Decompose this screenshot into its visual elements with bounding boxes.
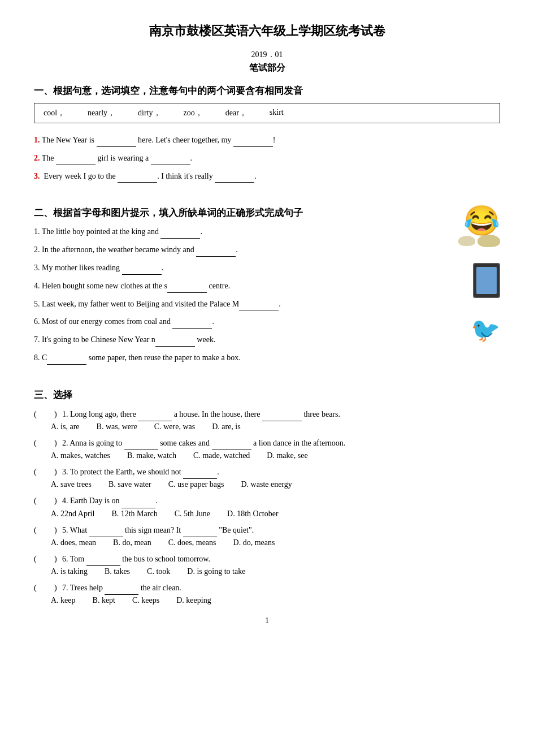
section1-heading: 一、根据句意，选词填空，注意每句中的两个词要含有相同发音 (34, 84, 500, 97)
s3-q1-text: 1. Long long ago, there a house. In the … (62, 407, 340, 421)
s3-q2-text: 2. Anna is going to some cakes and a lio… (62, 436, 345, 450)
s3-q7-b: B. kept (93, 596, 115, 605)
tablet-device (473, 263, 500, 298)
s3-q4-row: ( ) 4. Earth Day is on . (34, 494, 500, 508)
s3-q5-row: ( ) 5. What this sign mean? It "Be quiet… (34, 523, 500, 537)
s2-q7: 7. It's going to be Chinese New Year n w… (34, 333, 500, 347)
s1-q2: 2. The girl is wearing a . (34, 152, 500, 165)
s3-q5-choices: A. does, mean B. do, mean C. does, means… (51, 538, 500, 547)
section3-heading: 三、选择 (34, 388, 500, 401)
word-5: dear， (225, 108, 247, 118)
s3-q5-a: A. does, mean (51, 538, 96, 547)
s3-q7-row: ( ) 7. Trees help the air clean. (34, 581, 500, 595)
s3-q6-row: ( ) 6. Tom the bus to school tomorrow. (34, 552, 500, 566)
s3-q7-d: D. keeping (176, 596, 211, 605)
s3-q3-row: ( ) 3. To protect the Earth, we should n… (34, 465, 500, 479)
s2-q4: 4. Helen bought some new clothes at the … (34, 279, 500, 293)
s3-q6-d: D. is going to take (187, 567, 245, 576)
s3-q1-d: D. are, is (212, 422, 241, 431)
s3-q2-a: A. makes, watches (51, 451, 110, 460)
s3-q4-choices: A. 22nd April B. 12th March C. 5th June … (51, 509, 500, 519)
section2-container: 二、根据首字母和图片提示，填入所缺单词的正确形式完成句子 😂 🐦 1. The … (34, 206, 500, 364)
s3-q5-text: 5. What this sign mean? It "Be quiet". (62, 523, 254, 537)
page-number: 1 (34, 616, 500, 625)
s3-q3-c: C. use paper bags (168, 480, 224, 489)
word-1: cool， (44, 108, 65, 118)
s3-q6-b: B. takes (105, 567, 130, 576)
s3-paren1: ( (34, 407, 43, 421)
s1-q3: 3. Every week I go to the . I think it's… (34, 170, 500, 183)
bird-icon: 🐦 (471, 316, 500, 344)
s3-q2-row: ( ) 2. Anna is going to some cakes and a… (34, 436, 500, 450)
s3-q6-text: 6. Tom the bus to school tomorrow. (62, 552, 210, 566)
s2-q3: 3. My mother likes reading . (34, 261, 500, 275)
s2-q8: 8. C some paper, then reuse the paper to… (34, 351, 500, 365)
s3-q3-choices: A. save trees B. save water C. use paper… (51, 480, 500, 489)
word-6: skirt (270, 108, 284, 118)
exam-date: 2019．01 (34, 50, 500, 60)
s2-q6: 6. Most of our energy comes from coal an… (34, 315, 500, 329)
s1-q1: 1. The New Year is here. Let's cheer tog… (34, 133, 500, 147)
s3-q1-num (43, 407, 54, 421)
s3-q6-choices: A. is taking B. takes C. took D. is goin… (51, 567, 500, 576)
s3-q7-choices: A. keep B. kept C. keeps D. keeping (51, 596, 500, 605)
s3-q4-c: C. 5th June (175, 509, 210, 519)
word-3: dirty， (138, 108, 160, 118)
s2-q1: 1. The little boy pointed at the king an… (34, 225, 500, 239)
section2-heading: 二、根据首字母和图片提示，填入所缺单词的正确形式完成句子 (34, 206, 500, 219)
s3-q6-c: C. took (147, 567, 170, 576)
s3-q2-c: C. made, watched (193, 451, 250, 460)
s3-q1-choices: A. is, are B. was, were C. were, was D. … (51, 422, 500, 431)
s2-q5: 5. Last week, my father went to Beijing … (34, 297, 500, 311)
s3-q5-c: C. does, means (168, 538, 216, 547)
s3-q4-text: 4. Earth Day is on . (62, 494, 157, 508)
s3-q4-d: D. 18th October (227, 509, 279, 519)
s3-q5-b: B. do, mean (113, 538, 151, 547)
s3-q2-choices: A. makes, watches B. make, watch C. made… (51, 451, 500, 460)
s3-q3-d: D. waste energy (241, 480, 292, 489)
s2-q2: 2. In the afternoon, the weather became … (34, 243, 500, 257)
s3-q7-c: C. keeps (132, 596, 159, 605)
exam-part: 笔试部分 (34, 62, 500, 74)
s3-q6-a: A. is taking (51, 567, 88, 576)
s3-q3-a: A. save trees (51, 480, 92, 489)
section2-images: 😂 🐦 (458, 206, 500, 344)
s3-q4-b: B. 12th March (111, 509, 157, 519)
s3-q1-c: C. were, was (154, 422, 195, 431)
word-2: nearly， (88, 108, 115, 118)
page-title: 南京市鼓楼区英语六年级上学期区统考试卷 (34, 23, 500, 40)
word-4: zoo， (184, 108, 203, 118)
s3-q2-b: B. make, watch (127, 451, 176, 460)
s3-q7-text: 7. Trees help the air clean. (62, 581, 181, 595)
s3-q1-a: A. is, are (51, 422, 80, 431)
s3-q2-d: D. make, see (267, 451, 307, 460)
s3-q7-a: A. keep (51, 596, 76, 605)
cloud-shapes (458, 235, 500, 247)
s3-q1-row: ( ) 1. Long long ago, there a house. In … (34, 407, 500, 421)
s3-paren1-close: ) (54, 407, 62, 421)
word-box: cool， nearly， dirty， zoo， dear， skirt (34, 103, 500, 123)
s3-q3-b: B. save water (108, 480, 151, 489)
s3-q4-a: A. 22nd April (51, 509, 94, 519)
s3-q5-d: D. do, means (233, 538, 275, 547)
s3-q3-text: 3. To protect the Earth, we should not . (62, 465, 219, 479)
laughing-emoji: 😂 (463, 206, 500, 236)
s3-q1-b: B. was, were (97, 422, 137, 431)
